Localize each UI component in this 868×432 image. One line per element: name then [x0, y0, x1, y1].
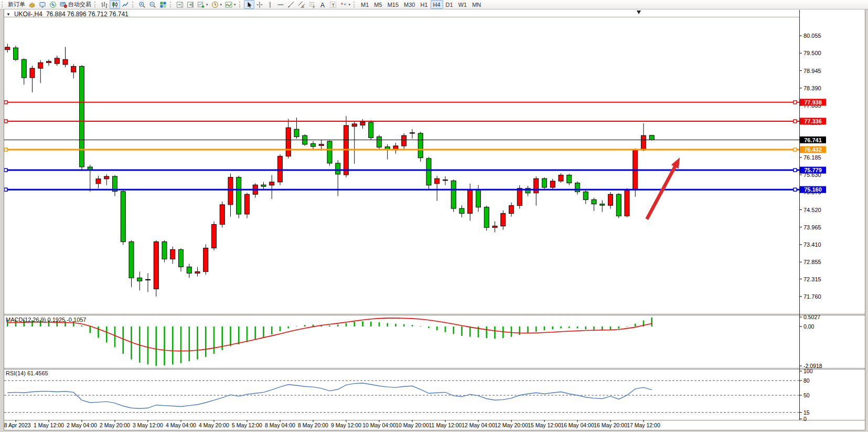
line-handle[interactable]: [4, 168, 7, 172]
svg-text:16 May 04:00: 16 May 04:00: [561, 422, 594, 428]
line-handle[interactable]: [4, 148, 7, 151]
line-handle[interactable]: [4, 101, 7, 104]
text-label-icon[interactable]: T: [328, 0, 338, 9]
chart-window-icon[interactable]: [27, 0, 37, 9]
svg-text:15 May 12:00: 15 May 12:00: [528, 422, 561, 428]
line-handle[interactable]: [794, 101, 797, 104]
horizontal-line-icon[interactable]: [275, 0, 286, 9]
new-order-button[interactable]: 新订单: [6, 0, 27, 9]
svg-text:76.432: 76.432: [804, 146, 822, 153]
line-handle[interactable]: [794, 168, 797, 172]
text-icon[interactable]: A: [317, 0, 328, 9]
candlestick-chart-icon[interactable]: [110, 0, 120, 9]
chart-collapse-icon[interactable]: ▼: [6, 12, 10, 17]
svg-text:T: T: [331, 2, 335, 7]
line-chart-icon-glyph: [122, 1, 129, 8]
toolbar-grip: [94, 2, 97, 7]
tile-windows-icon-glyph: [159, 1, 167, 8]
trendline-icon-glyph: [287, 1, 295, 8]
auto-scroll-icon[interactable]: [185, 0, 196, 9]
zoom-in-icon-glyph: [138, 1, 146, 8]
svg-text:80: 80: [803, 377, 810, 384]
auto-scroll-icon-glyph: [187, 1, 194, 8]
timeframe-h1[interactable]: H1: [417, 0, 430, 9]
chart-shift-icon[interactable]: [175, 0, 185, 9]
chart-symbol-period: UKOil-,H4: [14, 10, 42, 18]
indicators-glyph: [225, 1, 232, 8]
svg-text:3 May 12:00: 3 May 12:00: [133, 422, 163, 428]
chart-ohlc: 76.884 76.896 76.712 76.741: [46, 10, 128, 18]
line-handle[interactable]: [4, 120, 7, 123]
cursor-icon[interactable]: [244, 0, 254, 9]
equidistant-channel-icon-glyph: E: [298, 1, 305, 8]
svg-text:75.160: 75.160: [804, 186, 822, 193]
timeframe-m5[interactable]: M5: [371, 0, 384, 9]
timeframe-w1[interactable]: W1: [456, 0, 470, 9]
timeframe-h4[interactable]: H4: [431, 0, 443, 9]
horizontal-line-icon-glyph: [277, 1, 284, 8]
line-handle[interactable]: [794, 148, 797, 151]
text-label-icon-glyph: T: [329, 1, 337, 8]
bar-chart-icon[interactable]: [99, 0, 110, 9]
svg-text:72.855: 72.855: [803, 259, 821, 265]
chart-title-bar: ▼ UKOil-,H4 76.884 76.896 76.712 76.741: [6, 10, 128, 18]
timeframe-m15[interactable]: M15: [385, 0, 401, 9]
line-chart-icon[interactable]: [120, 0, 131, 9]
svg-text:78.945: 78.945: [803, 68, 821, 74]
chevron-down-icon: ▾: [220, 3, 222, 7]
svg-text:77.336: 77.336: [804, 118, 822, 124]
toolbar-grip: [239, 2, 242, 7]
svg-text:8 May 04:00: 8 May 04:00: [265, 422, 295, 428]
autotrading-glyph: [60, 1, 67, 8]
zoom-out-icon[interactable]: [147, 0, 158, 9]
autotrading-button[interactable]: 自动交易: [58, 0, 93, 9]
zoom-in-icon[interactable]: [137, 0, 147, 9]
periods-button[interactable]: ▾: [210, 0, 224, 9]
chart-svg[interactable]: 80.05579.50078.94578.39077.83577.28076.7…: [0, 0, 868, 432]
toolbar: 新订单自动交易▾▾▾EFAT▾M1M5M15M30H1H4D1W1MN: [0, 0, 868, 9]
svg-text:1 May 12:00: 1 May 12:00: [34, 422, 64, 428]
chart-shift-icon-glyph: [176, 1, 184, 8]
new-chart-button[interactable]: ▾: [196, 0, 210, 9]
timeframe-d1[interactable]: D1: [443, 0, 456, 9]
line-handle[interactable]: [794, 120, 797, 123]
arrows-icon[interactable]: ▾: [338, 0, 352, 9]
svg-text:100: 100: [803, 368, 813, 374]
vertical-line-icon[interactable]: [265, 0, 275, 9]
svg-text:74.520: 74.520: [803, 207, 821, 213]
periods-glyph: [211, 1, 219, 8]
svg-text:0: 0: [803, 416, 807, 422]
signal-center-icon[interactable]: [48, 0, 58, 9]
svg-text:10 May 04:00: 10 May 04:00: [362, 422, 396, 428]
new-order-button-label: 新订单: [8, 1, 25, 8]
equidistant-channel-icon[interactable]: E: [296, 0, 307, 9]
cursor-icon-glyph: [245, 1, 253, 8]
market-watch-icon[interactable]: [37, 0, 48, 9]
crosshair-icon[interactable]: [254, 0, 265, 9]
svg-text:79.500: 79.500: [803, 50, 821, 56]
bar-chart-icon-glyph: [101, 1, 108, 8]
svg-text:72.315: 72.315: [803, 276, 821, 282]
svg-text:15: 15: [803, 409, 810, 416]
fibonacci-icon[interactable]: F: [307, 0, 317, 9]
svg-text:0.00: 0.00: [803, 323, 815, 330]
main-chart-area[interactable]: [4, 10, 799, 314]
price-badge: 75.779: [800, 167, 826, 174]
market-watch-icon-glyph: [39, 1, 46, 8]
timeframe-mn[interactable]: MN: [469, 0, 484, 9]
trendline-icon[interactable]: [286, 0, 296, 9]
vertical-line-icon-glyph: [266, 1, 274, 8]
svg-text:8 May 20:00: 8 May 20:00: [298, 422, 328, 428]
svg-text:E: E: [302, 5, 304, 8]
chart-window-icon-glyph: [28, 1, 36, 8]
indicators-button[interactable]: ▾: [223, 0, 238, 9]
line-handle[interactable]: [4, 188, 7, 191]
toolbar-grip: [170, 2, 173, 7]
tile-windows-icon[interactable]: [158, 0, 168, 9]
line-handle[interactable]: [794, 188, 797, 191]
timeframe-m30[interactable]: M30: [401, 0, 417, 9]
price-badge: 76.432: [800, 146, 826, 153]
price-badge: 76.741: [800, 136, 826, 143]
timeframe-m1[interactable]: M1: [358, 0, 371, 9]
rsi-label: RSI(14) 61.4565: [6, 370, 48, 376]
